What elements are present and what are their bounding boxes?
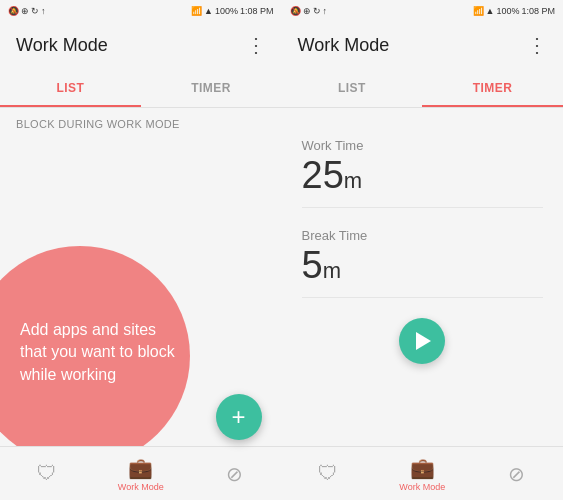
tab-list-right[interactable]: LIST [282, 68, 423, 107]
menu-icon-right[interactable]: ⋮ [527, 33, 547, 57]
status-right-icons: 📶 ▲ 100% 1:08 PM [191, 6, 273, 16]
status-right-right-icons: 📶 ▲ 100% 1:08 PM [473, 6, 555, 16]
tab-timer-right[interactable]: TIMER [422, 68, 563, 107]
nav-item-block-r[interactable]: ⊘ [469, 462, 563, 486]
app-title-right: Work Mode [298, 35, 390, 56]
status-icon-signal: 📶 [191, 6, 202, 16]
play-timer-button[interactable] [399, 318, 445, 364]
nav-item-shield[interactable]: 🛡 [0, 462, 94, 485]
status-icon-sync: ↻ [31, 6, 39, 16]
tab-timer-left[interactable]: TIMER [141, 68, 282, 107]
break-time-unit: m [323, 258, 341, 283]
status-right-left-icons: 🔕 ⊕ ↻ ↑ [290, 6, 328, 16]
section-header: BLOCK DURING WORK MODE [0, 108, 282, 136]
nav-bag-icon-r: 💼 [410, 456, 435, 480]
app-title-left: Work Mode [16, 35, 108, 56]
break-time-number: 5 [302, 244, 323, 286]
nav-item-shield-r[interactable]: 🛡 [282, 462, 376, 485]
nav-block-icon-r: ⊘ [508, 462, 525, 486]
add-fab-button[interactable]: + [216, 394, 262, 440]
menu-icon-left[interactable]: ⋮ [246, 33, 266, 57]
nav-shield-icon-r: 🛡 [318, 462, 338, 485]
status-icon-sync-r: ↻ [313, 6, 321, 16]
work-time-number: 25 [302, 154, 344, 196]
status-time-left: 1:08 PM [240, 6, 274, 16]
status-bar-left: 🔕 ⊕ ↻ ↑ 📶 ▲ 100% 1:08 PM [0, 0, 282, 22]
status-icon-wifi: ▲ [204, 6, 213, 16]
work-time-value-row: 25m [302, 155, 544, 197]
tab-list-left[interactable]: LIST [0, 68, 141, 107]
timer-content: Work Time 25m Break Time 5m [282, 108, 564, 446]
status-icon-arrow: ↑ [41, 6, 46, 16]
app-header-right: Work Mode ⋮ [282, 22, 564, 68]
status-icon-bluetooth: ⊕ [21, 6, 29, 16]
right-phone-panel: 🔕 ⊕ ↻ ↑ 📶 ▲ 100% 1:08 PM Work Mode ⋮ LIS… [282, 0, 564, 500]
nav-item-workmode[interactable]: 💼 Work Mode [94, 456, 188, 492]
status-signal-r: 📶 [473, 6, 484, 16]
tabs-left: LIST TIMER [0, 68, 282, 108]
nav-workmode-label-r: Work Mode [399, 482, 445, 492]
bottom-nav-left: 🛡 💼 Work Mode ⊘ [0, 446, 282, 500]
status-battery-r: 100% [496, 6, 519, 16]
nav-block-icon: ⊘ [226, 462, 243, 486]
break-time-section: Break Time 5m [302, 218, 544, 298]
break-time-value-row: 5m [302, 245, 544, 287]
bottom-nav-right: 🛡 💼 Work Mode ⊘ [282, 446, 564, 500]
nav-shield-icon: 🛡 [37, 462, 57, 485]
status-battery: 100% [215, 6, 238, 16]
break-time-label: Break Time [302, 228, 544, 243]
status-icon-bt-r: ⊕ [303, 6, 311, 16]
status-icon-mute: 🔕 [8, 6, 19, 16]
work-time-section: Work Time 25m [302, 128, 544, 208]
tabs-right: LIST TIMER [282, 68, 564, 108]
status-icon-mute-r: 🔕 [290, 6, 301, 16]
nav-item-workmode-r[interactable]: 💼 Work Mode [375, 456, 469, 492]
app-header-left: Work Mode ⋮ [0, 22, 282, 68]
work-time-label: Work Time [302, 138, 544, 153]
status-wifi-r: ▲ [486, 6, 495, 16]
status-time-right: 1:08 PM [521, 6, 555, 16]
status-bar-right: 🔕 ⊕ ↻ ↑ 📶 ▲ 100% 1:08 PM [282, 0, 564, 22]
nav-bag-icon: 💼 [128, 456, 153, 480]
status-left-icons: 🔕 ⊕ ↻ ↑ [8, 6, 46, 16]
status-icon-arrow-r: ↑ [323, 6, 328, 16]
nav-workmode-label: Work Mode [118, 482, 164, 492]
empty-message: Add apps and sites that you want to bloc… [20, 319, 180, 386]
nav-item-block[interactable]: ⊘ [188, 462, 282, 486]
play-icon [416, 332, 431, 350]
left-phone-panel: 🔕 ⊕ ↻ ↑ 📶 ▲ 100% 1:08 PM Work Mode ⋮ LIS… [0, 0, 282, 500]
work-time-unit: m [344, 168, 362, 193]
